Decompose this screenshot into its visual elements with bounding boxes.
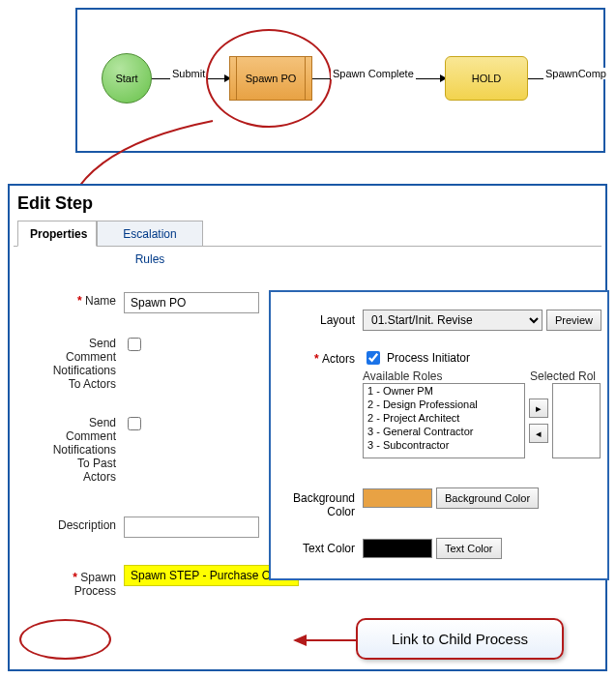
bgcolor-button[interactable]: Background Color xyxy=(436,487,539,509)
textcolor-swatch xyxy=(363,539,432,558)
actors-label: * Actors xyxy=(271,348,363,366)
tab-escalation-rules[interactable]: Escalation Rules xyxy=(97,221,203,247)
name-input[interactable] xyxy=(124,292,259,313)
send-comment-past-label: Send Comment Notifications To Past Actor… xyxy=(10,412,124,484)
hold-label: HOLD xyxy=(472,73,502,84)
spawn-label: Spawn PO xyxy=(246,73,297,84)
step-appearance-panel: Layout 01.Start/Init. Revise Preview * A… xyxy=(269,290,609,580)
bgcolor-label: Background Color xyxy=(271,487,363,518)
name-label: * Name xyxy=(10,290,124,308)
spawn-process-label: * Spawn Process xyxy=(10,567,124,598)
start-node[interactable]: Start xyxy=(102,53,152,103)
textcolor-label: Text Color xyxy=(271,538,363,555)
role-item[interactable]: 3 - General Contractor xyxy=(364,425,524,438)
callout-link-to-child: Link to Child Process xyxy=(356,618,564,660)
start-label: Start xyxy=(115,73,137,84)
tab-strip: Properties Escalation Rules xyxy=(14,220,601,247)
callout-text: Link to Child Process xyxy=(392,631,528,647)
role-item[interactable]: 3 - Subcontractor xyxy=(364,438,524,452)
workflow-diagram: Start Submit Spawn PO Spawn Complete HOL… xyxy=(75,8,605,153)
flow-label-3: SpawnComp xyxy=(543,68,608,79)
flow-label-2: Spawn Complete xyxy=(331,68,416,79)
tab-properties[interactable]: Properties xyxy=(17,221,97,247)
send-comment-past-checkbox[interactable] xyxy=(128,417,141,430)
flow-label-1: Submit xyxy=(170,68,207,79)
role-item[interactable]: 2 - Design Professional xyxy=(364,398,524,411)
spawn-po-node[interactable]: Spawn PO xyxy=(229,56,312,101)
send-comment-checkbox[interactable] xyxy=(128,338,141,351)
move-right-button[interactable]: ▸ xyxy=(529,399,548,418)
process-initiator-label: Process Initiator xyxy=(387,351,470,365)
role-item[interactable]: 2 - Project Architect xyxy=(364,411,524,425)
selected-roles-list[interactable] xyxy=(552,383,601,458)
available-roles-list[interactable]: 1 - Owner PM 2 - Design Professional 2 -… xyxy=(363,383,525,458)
layout-select[interactable]: 01.Start/Init. Revise xyxy=(363,310,543,331)
hold-node[interactable]: HOLD xyxy=(445,56,528,101)
description-label: Description xyxy=(10,515,124,532)
send-comment-label: Send Comment Notifications To Actors xyxy=(10,333,124,391)
bgcolor-swatch xyxy=(363,488,432,508)
process-initiator-checkbox[interactable] xyxy=(367,351,380,365)
selected-roles-header: Selected Rol xyxy=(530,369,596,383)
preview-button[interactable]: Preview xyxy=(546,310,601,331)
layout-label: Layout xyxy=(271,310,363,327)
description-input[interactable] xyxy=(124,517,259,538)
available-roles-header: Available Roles xyxy=(363,369,443,383)
panel-title: Edit Step xyxy=(17,193,605,214)
move-left-button[interactable]: ◂ xyxy=(529,424,548,443)
role-item[interactable]: 1 - Owner PM xyxy=(364,384,524,398)
textcolor-button[interactable]: Text Color xyxy=(436,538,502,559)
